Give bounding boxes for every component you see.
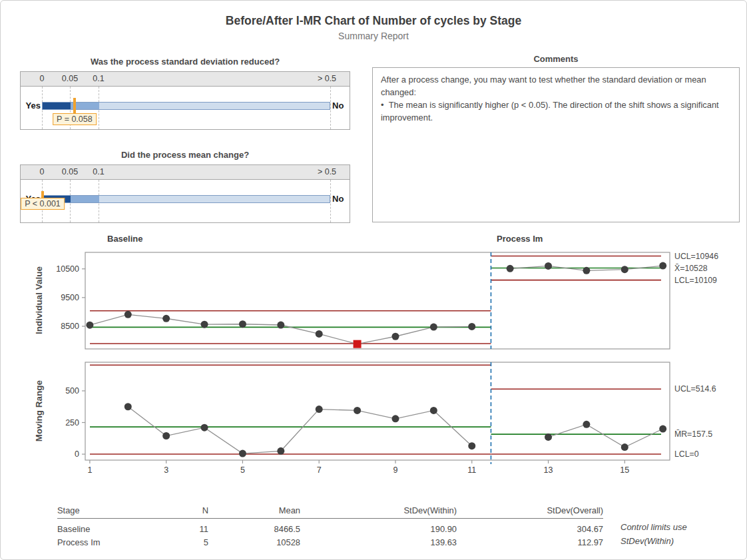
data-point: [583, 267, 590, 274]
gridline: [330, 180, 331, 222]
limit-label: LCL=10109: [674, 276, 717, 285]
bar-segment-marginal: [71, 196, 99, 202]
gridline: [330, 87, 331, 129]
decision-question: Was the process standard deviation reduc…: [20, 57, 350, 67]
data-point: [316, 330, 323, 338]
scale-tick-label: 0.05: [62, 74, 78, 83]
data-point: [239, 320, 246, 328]
no-label: No: [332, 101, 344, 111]
decision-question: Did the process mean change?: [20, 150, 350, 160]
scale-tick-label: 0.1: [93, 74, 104, 83]
comments-intro: After a process change, you may want to …: [381, 73, 731, 99]
page-title: Before/After I-MR Chart of Number of cyc…: [1, 14, 746, 28]
series-line: [549, 424, 663, 447]
stage-label-process-im: Process Im: [497, 234, 543, 244]
summary-report: Before/After I-MR Chart of Number of cyc…: [0, 0, 747, 560]
p-scale-strip: 0 0.05 0.1 > 0.5: [20, 164, 350, 179]
p-value-scale-bar: [42, 102, 330, 110]
scale-tick-label: 0.1: [93, 167, 104, 176]
p-value-label: P < 0.001: [21, 198, 65, 210]
scale-tick-label: 0.05: [62, 167, 78, 176]
plot-border: [85, 362, 670, 460]
limit-label: LCL=0: [674, 449, 699, 459]
table-header-row: Stage N Mean StDev(Within) StDev(Overall…: [57, 504, 603, 519]
no-label: No: [332, 194, 344, 204]
data-point: [239, 450, 246, 457]
limit-label: M̄R=157.5: [674, 429, 712, 439]
data-point: [162, 432, 170, 439]
col-header-stdev-overall: StDev(Overall): [457, 504, 603, 517]
p-bar-plot: Yes No P < 0.001: [20, 179, 350, 223]
y-tick-label: 500: [65, 386, 79, 396]
series-line: [510, 266, 663, 270]
limit-label: UCL=10946: [674, 252, 718, 261]
col-header-stdev-within: StDev(Within): [300, 504, 457, 517]
page-subtitle: Summary Report: [1, 31, 746, 41]
data-point: [391, 333, 399, 340]
x-tick-label: 15: [620, 465, 629, 475]
comments-bullet: • The mean is significantly higher (p < …: [381, 99, 731, 124]
series-line: [90, 314, 472, 344]
table-row: Process Im 5 10528 139.63 112.97: [57, 536, 603, 549]
yes-label: Yes: [22, 101, 41, 111]
p-value-marker: [73, 98, 76, 113]
stage-label-baseline: Baseline: [107, 234, 142, 244]
y-axis-label-individual-value: Individual Value: [34, 266, 44, 334]
data-point: [86, 322, 93, 329]
x-tick-label: 13: [544, 465, 553, 475]
bullet-icon: •: [381, 100, 389, 110]
data-point: [430, 407, 437, 414]
data-point: [621, 443, 628, 451]
data-point: [201, 321, 208, 328]
x-tick-label: 1: [87, 465, 92, 475]
bar-segment-not-significant: [99, 103, 330, 109]
x-tick-label: 5: [240, 465, 245, 475]
x-tick-label: 7: [317, 465, 322, 475]
control-limits-note: Control limits use StDev(Within): [621, 520, 687, 548]
bar-segment-not-significant: [99, 196, 330, 202]
scale-tick-label: 0: [40, 74, 45, 83]
y-tick-label: 9500: [61, 293, 79, 302]
limit-label: UCL=514.6: [674, 384, 716, 394]
limit-label: X̄=10528: [674, 264, 708, 273]
p-bar-plot: Yes No P = 0.058: [20, 86, 350, 130]
col-header-mean: Mean: [208, 504, 300, 517]
data-point: [316, 406, 323, 413]
out-of-control-point: [354, 340, 362, 348]
y-axis-label-moving-range: Moving Range: [34, 380, 44, 441]
data-point: [468, 442, 475, 449]
bar-segment-significant: [43, 103, 71, 109]
data-point: [124, 403, 132, 410]
y-tick-label: 250: [65, 418, 79, 427]
p-value-marker: [41, 191, 44, 198]
p-value-scale-bar: [42, 195, 330, 203]
data-point: [468, 323, 475, 330]
comments-title: Comments: [372, 54, 740, 64]
x-tick-label: 9: [393, 465, 397, 475]
y-tick-label: 8500: [61, 322, 79, 331]
data-point: [430, 324, 437, 331]
data-point: [201, 424, 208, 431]
y-tick-label: 10500: [56, 264, 79, 274]
p-scale-strip: 0 0.05 0.1 > 0.5: [20, 71, 350, 86]
comments-box: After a process change, you may want to …: [372, 67, 740, 222]
x-tick-label: 11: [467, 465, 476, 475]
data-point: [621, 266, 628, 273]
scale-tick-label: > 0.5: [318, 74, 336, 83]
decision-panel-mean: Did the process mean change? 0 0.05 0.1 …: [20, 150, 350, 316]
data-point: [583, 421, 590, 428]
series-line: [128, 407, 471, 453]
table-row: Baseline 11 8466.5 190.90 304.67: [57, 523, 603, 536]
p-value-label: P = 0.058: [53, 113, 97, 125]
data-point: [277, 447, 284, 455]
data-point: [545, 433, 552, 441]
scale-tick-label: 0: [40, 167, 45, 176]
data-point: [545, 262, 552, 270]
data-point: [277, 322, 284, 329]
data-point: [659, 262, 666, 270]
col-header-n: N: [137, 504, 208, 517]
stage-statistics-table: Stage N Mean StDev(Within) StDev(Overall…: [57, 504, 603, 549]
scale-tick-label: > 0.5: [318, 167, 336, 176]
col-header-stage: Stage: [57, 504, 137, 517]
y-tick-label: 0: [75, 449, 79, 459]
